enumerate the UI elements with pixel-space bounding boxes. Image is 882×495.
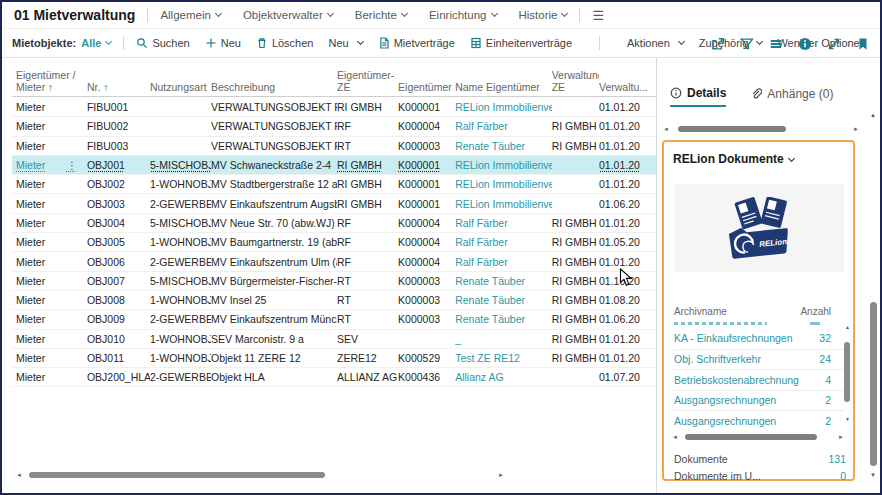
suchen-button[interactable]: Suchen xyxy=(136,37,189,49)
scroll-up-icon[interactable]: ▲ xyxy=(870,112,876,118)
column-header-name_eigentuemer[interactable]: Name Eigentümer xyxy=(455,81,551,93)
scroll-right-icon[interactable]: ► xyxy=(498,470,504,480)
scroll-down-icon[interactable]: ▼ xyxy=(870,472,876,478)
table-row[interactable]: MieterOBJ0021-WOHNOBJ...MV Stadtbergerst… xyxy=(12,175,656,194)
table-row[interactable]: MieterFIBU001VERWALTUNGSOBJEKT RI GMBHRI… xyxy=(12,98,656,117)
table-row[interactable]: MieterOBJ0111-WOHNOBJ...Objekt 11 ZERE 1… xyxy=(12,349,656,368)
menu-berichte[interactable]: Berichte xyxy=(355,9,407,21)
archive-name-link[interactable]: KA - Einkaufsrechnungen xyxy=(674,332,793,344)
cell-name_eigentuemer[interactable]: Renate Täuber xyxy=(455,291,551,309)
info-outline-icon xyxy=(670,87,682,99)
archive-name-link[interactable]: Ausgangsrechnungen xyxy=(674,394,776,406)
menu-allgemein[interactable]: Allgemein xyxy=(160,9,221,21)
cell-name_eigentuemer[interactable]: RELion Immobilienverwaltung G... xyxy=(455,194,551,212)
bookmark-icon[interactable] xyxy=(856,37,870,51)
neu-button[interactable]: Neu xyxy=(328,37,362,49)
context-filter-dropdown[interactable]: Alle xyxy=(81,37,111,49)
scroll-down-icon[interactable]: ▼ xyxy=(845,416,850,422)
scrollbar-track[interactable] xyxy=(25,471,495,479)
menu-einrichtung[interactable]: Einrichtung xyxy=(429,9,497,21)
horizontal-scrollbar[interactable]: ◄ ► xyxy=(16,470,504,480)
scrollbar-track[interactable] xyxy=(681,433,835,441)
cell-name_eigentuemer[interactable]: RELion Immobilienverwaltung G... xyxy=(455,156,551,174)
cell-name_eigentuemer[interactable]: Ralf Färber xyxy=(455,233,551,251)
total-value-link[interactable]: 0 xyxy=(840,470,846,482)
cell-name_eigentuemer[interactable]: Ralf Färber xyxy=(455,252,551,270)
cell-name_eigentuemer[interactable]: Ralf Färber xyxy=(455,214,551,232)
neu-button[interactable]: Neu xyxy=(205,37,241,49)
archive-count-link[interactable]: 2 xyxy=(825,394,831,406)
column-header-nutzungsart[interactable]: Nutzungsart xyxy=(150,81,211,93)
table-row[interactable]: MieterOBJ0062-GEWERBEO...MV Einkaufszent… xyxy=(12,252,656,271)
panel-scrollbar-thumb[interactable] xyxy=(870,302,877,466)
cell-name_eigentuemer[interactable]: Test ZE RE12 xyxy=(455,349,551,367)
table-row[interactable]: MieterOBJ0101-WOHNOBJ...SEV Marconistr. … xyxy=(12,330,656,349)
tab-details[interactable]: Details xyxy=(670,86,726,107)
expand-icon[interactable] xyxy=(827,37,841,51)
scroll-up-icon[interactable]: ▲ xyxy=(845,324,850,330)
scrollbar-track[interactable] xyxy=(672,125,850,133)
scrollbar-thumb[interactable] xyxy=(29,472,325,478)
scroll-right-icon[interactable]: ► xyxy=(838,432,844,442)
archive-count-link[interactable]: 32 xyxy=(819,332,831,344)
aktionen-button[interactable]: Aktionen xyxy=(627,37,684,49)
column-header-verwaltungsbeginn[interactable]: Verwaltu... xyxy=(599,81,656,93)
table-row[interactable]: MieterFIBU002VERWALTUNGSOBJEKT RFRFK0000… xyxy=(12,117,656,136)
table-row[interactable]: MieterFIBU003VERWALTUNGSOBJEKT RTRTK0000… xyxy=(12,137,656,156)
table-row[interactable]: MieterOBJ200_HLA2-GEWERBEO...Objekt HLAA… xyxy=(12,368,656,387)
list-view-icon[interactable] xyxy=(769,37,783,51)
archive-count-link[interactable]: 2 xyxy=(825,415,831,427)
archive-count-link[interactable]: 24 xyxy=(819,353,831,365)
table-row[interactable]: MieterOBJ0075-MISCHOBJ...MV Bürgermeiste… xyxy=(12,272,656,291)
scroll-left-icon[interactable]: ◄ xyxy=(16,470,22,480)
total-value-link[interactable]: 131 xyxy=(828,453,846,465)
archive-count-link[interactable]: 4 xyxy=(825,374,831,386)
table-row[interactable]: MieterOBJ0081-WOHNOBJ...MV Insel 25RTK00… xyxy=(12,291,656,310)
archive-name-link[interactable]: Ausgangsrechnungen xyxy=(674,415,776,427)
table-row[interactable]: MieterOBJ0045-MISCHOBJ...MV Neue Str. 70… xyxy=(12,214,656,233)
table-row[interactable]: MieterOBJ0032-GEWERBEO...MV Einkaufszent… xyxy=(12,194,656,213)
column-header-verwaltungs_ze[interactable]: Verwaltungs-ZE xyxy=(552,69,599,93)
cell-name_eigentuemer[interactable]: Renate Täuber xyxy=(455,137,551,155)
cell-name_eigentuemer[interactable]: Renate Täuber xyxy=(455,310,551,328)
table-row[interactable]: Mieter⋮OBJ0015-MISCHOBJ...MV Schwaneckst… xyxy=(12,156,656,175)
cell-name_eigentuemer[interactable]: Allianz AG xyxy=(455,368,551,386)
list-horizontal-scrollbar[interactable]: ◄ ► xyxy=(672,432,844,442)
column-header-eigentuemer[interactable]: Eigentümer xyxy=(398,81,455,93)
info-icon[interactable] xyxy=(798,37,812,51)
column-header-nr[interactable]: Nr. ↑ xyxy=(87,81,150,93)
list-scrollbar-thumb[interactable] xyxy=(844,342,850,402)
column-header-eigentuemer_ze[interactable]: Eigentümer-ZE xyxy=(337,69,398,93)
menu-historie[interactable]: Historie xyxy=(519,9,568,21)
hamburger-menu-icon[interactable]: ☰ xyxy=(592,8,604,23)
scrollbar-thumb[interactable] xyxy=(678,126,786,132)
menu-objektverwalter[interactable]: Objektverwalter xyxy=(243,9,333,21)
cell-name_eigentuemer[interactable]: RELion Immobilienverwaltung G... xyxy=(455,175,551,193)
löschen-button[interactable]: Löschen xyxy=(256,37,314,49)
cell-name_eigentuemer[interactable]: RELion Immobilienverwaltung G... xyxy=(455,98,551,116)
share-icon[interactable] xyxy=(711,37,725,51)
scroll-right-icon[interactable]: ► xyxy=(853,124,859,134)
tab-anhänge-0[interactable]: Anhänge (0) xyxy=(750,86,833,107)
column-archivname[interactable]: Archivname xyxy=(674,306,727,317)
archive-name-link[interactable]: Betriebskostenabrechnung xyxy=(674,374,799,386)
row-options-icon[interactable]: ⋮ xyxy=(64,159,83,171)
cell-name_eigentuemer[interactable]: _ xyxy=(455,330,551,348)
cell-name_eigentuemer[interactable]: Renate Täuber xyxy=(455,272,551,290)
table-row[interactable]: MieterOBJ0051-WOHNOBJ...MV Baumgartnerst… xyxy=(12,233,656,252)
scrollbar-thumb[interactable] xyxy=(685,434,817,440)
einheitenverträge-button[interactable]: Einheitenverträge xyxy=(470,37,572,49)
scroll-left-icon[interactable]: ◄ xyxy=(672,432,678,442)
cell-name_eigentuemer[interactable]: Ralf Färber xyxy=(455,117,551,135)
mietverträge-button[interactable]: Mietverträge xyxy=(378,37,455,49)
column-anzahl[interactable]: Anzahl xyxy=(800,306,831,317)
scroll-left-icon[interactable]: ◄ xyxy=(663,124,669,134)
archive-name-link[interactable]: Obj. Schriftverkehr xyxy=(674,353,761,365)
cell-text: RT xyxy=(337,275,351,287)
filter-icon[interactable] xyxy=(740,37,754,51)
column-header-owner[interactable]: Eigentümer / Mieter ↑ xyxy=(12,69,87,93)
table-row[interactable]: MieterOBJ0092-GEWERBEO...MV Einkaufszent… xyxy=(12,310,656,329)
section-title[interactable]: RELion Dokumente xyxy=(673,152,794,166)
factbox-horizontal-scrollbar[interactable]: ◄ ► xyxy=(663,124,859,134)
column-header-beschreibung[interactable]: Beschreibung xyxy=(211,81,337,93)
